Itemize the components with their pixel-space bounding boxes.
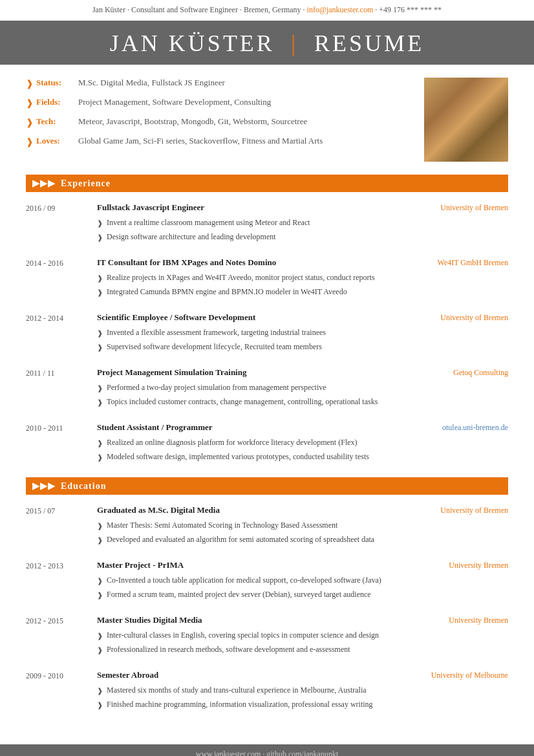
entry-content: Master Project - PrIMA University Bremen… [97, 560, 508, 602]
topbar-phone: · +49 176 *** *** ** [373, 5, 442, 14]
list-item: ❱ Design software architecture and leadi… [97, 231, 508, 243]
list-item: ❱ Mastered six months of study and trans… [97, 684, 508, 697]
bullet-text: Realized an online diagnosis platform fo… [107, 437, 358, 448]
timeline-entry: 2012 - 2015 Master Studies Digital Media… [26, 615, 508, 657]
bullet-arrow-icon: ❱ [97, 700, 103, 711]
entry-title: Master Studies Digital Media [97, 615, 202, 625]
profile-section: ❱ Status: M.Sc. Digital Media, Fullstack… [26, 78, 508, 162]
bullet-arrow-icon: ❱ [97, 383, 103, 394]
bullet-arrow-icon: ❱ [97, 218, 103, 229]
entry-content: Semester Abroad University of Melbourne … [97, 670, 508, 712]
bullet-text: Performed a two-day project simulation f… [107, 382, 326, 393]
entry-content: Scientific Employee / Software Developme… [97, 312, 508, 354]
entry-org: University of Bremen [440, 313, 508, 323]
entry-title: Master Project - PrIMA [97, 560, 184, 570]
bullet-text: Supervised software development lifecycl… [107, 341, 322, 352]
list-item: ❱ Integrated Camunda BPMN engine and BPM… [97, 286, 508, 298]
entry-header: Graduated as M.Sc. Digital Media Univers… [97, 505, 508, 515]
timeline-entry: 2015 / 07 Graduated as M.Sc. Digital Med… [26, 505, 508, 547]
bullet-arrow-icon: ❱ [97, 397, 103, 408]
experience-header: ▶▶▶ Experience [26, 175, 508, 192]
bullet-arrow-icon: ❱ [97, 342, 103, 353]
tech-label: Tech: [36, 116, 78, 127]
entry-date: 2010 - 2011 [26, 422, 97, 464]
bullet-arrow-icon: ❱ [97, 287, 103, 298]
profile-photo-placeholder [424, 78, 508, 162]
list-item: ❱ Developed and evaluated an algorithm f… [97, 534, 508, 546]
bullet-text: Mastered six months of study and trans-c… [107, 684, 367, 696]
bullet-arrow-icon: ❱ [97, 273, 103, 284]
fields-bullet-icon: ❱ [26, 98, 34, 109]
education-arrows-icon: ▶▶▶ [32, 481, 56, 491]
bullet-text: Finished machine programming, informatio… [107, 698, 373, 710]
list-item: ❱ Finished machine programming, informat… [97, 698, 508, 711]
bullet-text: Professionalized in research methods, so… [107, 643, 350, 655]
bullet-arrow-icon: ❱ [97, 631, 103, 642]
entry-date: 2014 - 2016 [26, 257, 97, 299]
entry-bullets: ❱ Realize projects in XPages and We4IT A… [97, 272, 508, 297]
timeline-entry: 2010 - 2011 Student Assistant / Programm… [26, 422, 508, 464]
loves-value: Global Game Jam, Sci-Fi series, Stackove… [78, 136, 323, 146]
entry-header: Semester Abroad University of Melbourne [97, 670, 508, 680]
bullet-text: Master Thesis: Semi Automated Scoring in… [107, 519, 337, 531]
bullet-arrow-icon: ❱ [97, 328, 103, 339]
timeline-entry: 2012 - 2014 Scientific Employee / Softwa… [26, 312, 508, 354]
list-item: ❱ Topics included customer contracts, ch… [97, 396, 508, 408]
top-bar: Jan Küster · Consultant and Software Eng… [0, 0, 534, 21]
entry-title: Student Assistant / Programmer [97, 422, 213, 433]
entry-date: 2012 - 2013 [26, 560, 97, 602]
entry-header: Fullstack Javascript Engineer University… [97, 202, 508, 213]
bullet-arrow-icon: ❱ [97, 438, 103, 449]
entry-date: 2012 - 2014 [26, 312, 97, 354]
entry-bullets: ❱ Inter-cultural classes in English, cov… [97, 629, 508, 655]
experience-entries: 2016 / 09 Fullstack Javascript Engineer … [26, 202, 508, 464]
bullet-text: Invent a realtime classroom management u… [107, 217, 310, 228]
bullet-text: Integrated Camunda BPMN engine and BPMN.… [107, 286, 347, 297]
entry-header: Project Management Simulation Training G… [97, 367, 508, 378]
status-value: M.Sc. Digital Media, Fullstack JS Engine… [78, 78, 225, 88]
timeline-entry: 2016 / 09 Fullstack Javascript Engineer … [26, 202, 508, 244]
entry-header: Master Project - PrIMA University Bremen [97, 560, 508, 570]
entry-title: Project Management Simulation Training [97, 367, 246, 378]
bullet-text: Inter-cultural classes in English, cover… [107, 629, 379, 641]
header-name: Jan Küster [110, 30, 275, 56]
list-item: ❱ Modeled software design, implemented v… [97, 451, 508, 463]
education-entries: 2015 / 07 Graduated as M.Sc. Digital Med… [26, 505, 508, 712]
loves-bullet-icon: ❱ [26, 136, 34, 147]
entry-content: Project Management Simulation Training G… [97, 367, 508, 409]
list-item: ❱ Invented a flexible assessment framewo… [97, 327, 508, 339]
entry-title: Scientific Employee / Software Developme… [97, 312, 255, 323]
entry-content: IT Consultant for IBM XPages and Notes D… [97, 257, 508, 299]
list-item: ❱ Co-Invented a touch table application … [97, 574, 508, 587]
tech-bullet-icon: ❱ [26, 117, 34, 128]
timeline-entry: 2011 / 11 Project Management Simulation … [26, 367, 508, 409]
entry-header: Student Assistant / Programmer otulea.un… [97, 422, 508, 433]
bullet-text: Realize projects in XPages and We4IT Ave… [107, 272, 375, 283]
bullet-arrow-icon: ❱ [97, 521, 103, 532]
education-title: Education [61, 481, 106, 491]
email-link[interactable]: info@jankuester.com [307, 5, 374, 14]
entry-title: Graduated as M.Sc. Digital Media [97, 505, 220, 515]
timeline-entry: 2014 - 2016 IT Consultant for IBM XPages… [26, 257, 508, 299]
entry-title: Fullstack Javascript Engineer [97, 202, 204, 213]
timeline-entry: 2012 - 2013 Master Project - PrIMA Unive… [26, 560, 508, 602]
profile-info: ❱ Status: M.Sc. Digital Media, Fullstack… [26, 78, 411, 155]
bullet-arrow-icon: ❱ [97, 686, 103, 697]
entry-date: 2012 - 2015 [26, 615, 97, 657]
bullet-text: Formed a scrum team, mainted project dev… [107, 589, 371, 600]
education-header: ▶▶▶ Education [26, 477, 508, 495]
bullet-text: Design software architecture and leading… [107, 231, 276, 243]
fields-label: Fields: [36, 97, 78, 107]
entry-org: otulea.uni-bremen.de [442, 423, 508, 433]
list-item: ❱ Professionalized in research methods, … [97, 643, 508, 656]
entry-org: University of Melbourne [431, 671, 508, 680]
list-item: ❱ Supervised software development lifecy… [97, 341, 508, 353]
list-item: ❱ Formed a scrum team, mainted project d… [97, 589, 508, 601]
entry-content: Fullstack Javascript Engineer University… [97, 202, 508, 244]
entry-org: Getoq Consulting [453, 368, 508, 378]
entry-org: University of Bremen [440, 203, 508, 213]
education-section: ▶▶▶ Education 2015 / 07 Graduated as M.S… [26, 477, 508, 712]
header-subtitle: Resume [314, 30, 424, 56]
bullet-arrow-icon: ❱ [97, 590, 103, 601]
entry-title: IT Consultant for IBM XPages and Notes D… [97, 257, 276, 268]
